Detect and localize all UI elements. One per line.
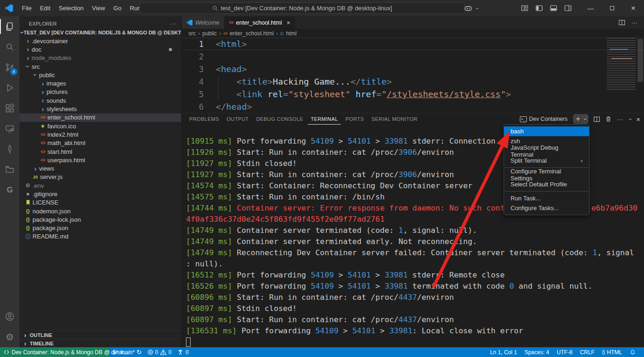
terminal-profile[interactable]: >_ Dev Containers xyxy=(520,116,568,122)
panel-tab-serial-monitor[interactable]: SERIAL MONITOR xyxy=(369,113,420,125)
copilot-menu[interactable]: › xyxy=(464,5,481,12)
tree-item-enter_school.html[interactable]: <>enter_school.html xyxy=(20,113,181,122)
panel-tab-terminal[interactable]: TERMINAL xyxy=(308,113,341,125)
panel-tab-problems[interactable]: PROBLEMS xyxy=(186,113,222,125)
gitlens-view-icon[interactable]: G xyxy=(0,180,20,200)
panel-tab-ports[interactable]: PORTS xyxy=(343,113,367,125)
toggle-panel-icon[interactable] xyxy=(550,5,557,11)
extensions-view-icon[interactable] xyxy=(0,98,20,119)
tree-item-node_modules[interactable]: ›node_modules xyxy=(20,54,181,62)
tab-welcome[interactable]: Welcome xyxy=(182,16,224,29)
toggle-secondary-sidebar-icon[interactable] xyxy=(564,5,571,11)
menu-item-run-task-[interactable]: Run Task... xyxy=(504,193,589,203)
code-editor[interactable]: 1<html>23<head>4 <title>Hacking Game...<… xyxy=(182,38,644,113)
menu-item-selection[interactable]: Selection xyxy=(54,0,87,16)
tree-item-stylesheets[interactable]: ›stylesheets xyxy=(20,105,181,113)
tree-item-package-lock.json[interactable]: {}package-lock.json xyxy=(20,215,181,224)
section-timeline[interactable]: ›TIMELINE xyxy=(20,339,181,347)
menu-item-configure-tasks-[interactable]: Configure Tasks... xyxy=(504,203,589,213)
breadcrumb[interactable]: src›public›<>enter_school.html›◇html xyxy=(182,29,644,38)
tree-item-favicon.ico[interactable]: ★favicon.ico xyxy=(20,122,181,130)
menu-item-label: bash xyxy=(511,128,524,135)
problems-status[interactable]: 0 0 xyxy=(145,347,174,357)
minimize-button[interactable]: — xyxy=(580,0,601,16)
toggle-sidebar-icon[interactable] xyxy=(536,5,543,11)
tree-item-images[interactable]: ›images xyxy=(20,79,181,87)
menu-item-edit[interactable]: Edit xyxy=(36,0,54,16)
maximize-panel-icon[interactable]: › xyxy=(626,118,633,120)
editor-more-actions-icon[interactable]: ··· xyxy=(631,19,637,26)
menu-item-configure-terminal-settings[interactable]: Configure Terminal Settings xyxy=(504,170,589,179)
tree-item-nodemon.json[interactable]: {}nodemon.json xyxy=(20,207,181,215)
tree-item-public[interactable]: ›public xyxy=(20,71,181,79)
indentation-status[interactable]: Spaces: 4 xyxy=(521,347,553,357)
maximize-button[interactable] xyxy=(601,0,623,16)
split-editor-icon[interactable] xyxy=(619,20,625,25)
tree-item-src[interactable]: ›src xyxy=(20,62,181,71)
menu-item-view[interactable]: View xyxy=(88,0,109,16)
tree-item-.gitignore[interactable]: ◆.gitignore xyxy=(20,190,181,198)
customize-layout-icon[interactable] xyxy=(521,5,528,11)
breadcrumb-item[interactable]: public xyxy=(202,30,217,37)
search-view-icon[interactable] xyxy=(0,37,20,57)
tree-item-math_abi.html[interactable]: <>math_abi.html xyxy=(20,139,181,147)
panel-tab-debug-console[interactable]: DEBUG CONSOLE xyxy=(253,113,306,125)
cursor-position[interactable]: Ln 1, Col 1 xyxy=(486,347,521,357)
remote-indicator[interactable]: Dev Container: Node.js & Mongo DB @ desk… xyxy=(0,347,110,357)
tree-item-server.js[interactable]: JSserver.js xyxy=(20,173,181,181)
menu-item-go[interactable]: Go xyxy=(109,0,126,16)
run-debug-view-icon[interactable] xyxy=(0,78,20,98)
menu-item-bash[interactable]: bash xyxy=(504,126,589,136)
menu-item-file[interactable]: File xyxy=(18,0,36,16)
kill-terminal-icon[interactable] xyxy=(605,116,611,122)
workspace-root-row[interactable]: › TEST_DEV [DEV CONTAINER: NODE.JS & MON… xyxy=(20,28,181,37)
panel-tab-output[interactable]: OUTPUT xyxy=(224,113,252,125)
eol-status[interactable]: CRLF xyxy=(576,347,598,357)
containers-view-icon[interactable] xyxy=(0,159,20,180)
tree-item-.env[interactable]: ⚙.env xyxy=(20,181,181,190)
close-tab-icon[interactable]: × xyxy=(286,19,290,26)
tree-item-README.md[interactable]: iREADME.md xyxy=(20,232,181,241)
settings-gear-icon[interactable]: ⚙ xyxy=(0,327,20,347)
tree-item-index2.html[interactable]: <>index2.html xyxy=(20,130,181,139)
explorer-more-actions-icon[interactable]: ··· xyxy=(170,21,177,26)
split-terminal-icon[interactable] xyxy=(594,117,600,122)
terminal-line: [14749 ms] Reconnecting Dev Container se… xyxy=(186,247,644,258)
new-terminal-icon[interactable]: + xyxy=(574,115,583,123)
branch-status[interactable]: main* ↻ xyxy=(110,347,145,357)
breadcrumb-item[interactable]: enter_school.html xyxy=(230,30,274,37)
tree-item-.devcontainer[interactable]: ›.devcontainer xyxy=(20,37,181,45)
tree-item-package.json[interactable]: {}package.json xyxy=(20,224,181,232)
encoding-status[interactable]: UTF-8 xyxy=(553,347,576,357)
tree-item-doc[interactable]: ›doc xyxy=(20,45,181,53)
tree-item-userpass.html[interactable]: <>userpass.html xyxy=(20,156,181,164)
ports-status[interactable]: 0 xyxy=(174,347,192,357)
explorer-view-icon[interactable] xyxy=(0,16,20,37)
remote-explorer-view-icon[interactable] xyxy=(0,119,20,139)
breadcrumb-item[interactable]: src xyxy=(188,30,196,37)
tree-item-label: start.html xyxy=(47,148,72,155)
close-panel-icon[interactable]: × xyxy=(636,115,640,123)
notifications-bell-icon[interactable] xyxy=(626,347,639,357)
tree-item-sounds[interactable]: ›sounds xyxy=(20,96,181,105)
section-outline[interactable]: ›OUTLINE xyxy=(20,331,181,339)
tab-enter-school-html[interactable]: <>enter_school.html× xyxy=(224,16,295,29)
terminal-profile-dropdown-icon[interactable]: › xyxy=(582,117,588,122)
tree-item-start.html[interactable]: <>start.html xyxy=(20,147,181,156)
editor-scrollbar[interactable] xyxy=(637,39,643,82)
panel-more-actions-icon[interactable]: ··· xyxy=(617,116,623,123)
tree-item-views[interactable]: ›views xyxy=(20,164,181,172)
source-control-view-icon[interactable]: 4 xyxy=(0,57,20,78)
breadcrumb-item[interactable]: html xyxy=(286,30,297,37)
mongodb-view-icon[interactable] xyxy=(0,139,20,159)
language-mode[interactable]: {} HTML xyxy=(598,347,626,357)
menu-item-javascript-debug-terminal[interactable]: JavaScript Debug Terminal xyxy=(504,146,589,156)
tree-item-pictures[interactable]: ›pictures xyxy=(20,88,181,96)
line-number: 2 xyxy=(182,52,216,61)
close-button[interactable]: × xyxy=(623,0,644,16)
command-center-search[interactable]: test_dev [Dev Container: Node.js & Mongo… xyxy=(139,2,465,14)
minimap[interactable] xyxy=(607,38,636,90)
tree-item-LICENSE[interactable]: LICENSE xyxy=(20,198,181,207)
accounts-icon[interactable] xyxy=(0,306,20,327)
new-terminal-split-button[interactable]: + › xyxy=(573,114,588,124)
